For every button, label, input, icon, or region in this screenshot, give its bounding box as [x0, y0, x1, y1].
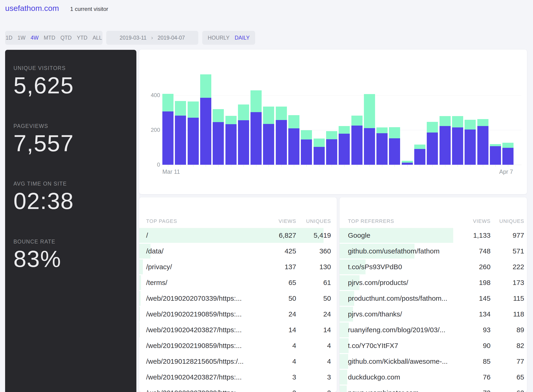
table-row[interactable]: t.co/Y70cYItFX79082 [340, 338, 527, 354]
x-axis-tick [269, 165, 269, 167]
bar-mar-25[interactable] [339, 126, 350, 165]
uniques-segment [477, 126, 489, 165]
x-axis-tick [206, 165, 206, 167]
bar-mar-14[interactable] [200, 74, 211, 165]
pageviews-segment [414, 145, 425, 149]
table-row[interactable]: /web/20190202190859/https:...2424 [139, 306, 337, 322]
x-axis-tick [193, 165, 193, 167]
pageviews-segment [427, 122, 438, 132]
range-mtd[interactable]: MTD [44, 35, 55, 41]
table-title: TOP PAGES [146, 218, 177, 224]
bar-mar-19[interactable] [263, 107, 274, 165]
x-axis-tick [370, 165, 370, 167]
x-axis-tick [382, 165, 382, 167]
table-row[interactable]: news.ycombinator.com7262 [340, 385, 527, 392]
table-row[interactable]: ruanyifeng.com/blog/2019/03/...9389 [340, 322, 527, 338]
bar-mar-16[interactable] [225, 116, 237, 165]
range-ytd[interactable]: YTD [77, 35, 87, 41]
x-axis-tick [218, 165, 219, 167]
views-column-header: VIEWS [473, 218, 490, 224]
bar-mar-13[interactable] [188, 102, 199, 165]
date-range-picker[interactable]: 2019-03-11 › 2019-04-07 [106, 31, 198, 45]
date-start[interactable]: 2019-03-11 [120, 35, 147, 41]
row-uniques-value: 89 [340, 326, 524, 334]
pageviews-segment [263, 107, 274, 124]
uniques-segment [490, 146, 501, 165]
bar-apr-1[interactable] [427, 122, 438, 165]
bar-mar-22[interactable] [301, 130, 312, 165]
table-row[interactable]: pjrvs.com/thanks/134118 [340, 306, 527, 322]
bar-mar-12[interactable] [175, 101, 186, 165]
row-uniques-value: 14 [139, 326, 331, 334]
range-qtd[interactable]: QTD [60, 35, 72, 41]
table-row[interactable]: /web/20190128215605/https:/...44 [139, 354, 337, 369]
table-row[interactable]: /web/20190204203827/https:...1414 [139, 322, 337, 338]
table-row[interactable]: /terms/6561 [139, 275, 337, 290]
bar-mar-15[interactable] [213, 109, 224, 165]
bar-mar-26[interactable] [351, 116, 362, 165]
date-end[interactable]: 2019-04-07 [157, 35, 185, 41]
pageviews-segment [314, 139, 325, 147]
pageviews-segment [238, 104, 249, 120]
bar-mar-29[interactable] [389, 127, 400, 165]
range-4w[interactable]: 4W [31, 35, 39, 41]
granularity-daily[interactable]: DAILY [235, 35, 250, 41]
bar-mar-17[interactable] [238, 104, 249, 165]
x-axis-tick [344, 165, 344, 167]
range-preset-group: 1D1W4WMTDQTDYTDALL [5, 31, 103, 45]
bar-apr-2[interactable] [439, 116, 451, 165]
bar-apr-7[interactable] [502, 143, 514, 165]
bar-mar-18[interactable] [251, 90, 262, 165]
bar-mar-24[interactable] [326, 131, 337, 165]
table-row[interactable]: t.co/sPs93VPdB0260222 [340, 259, 527, 275]
range-all[interactable]: ALL [93, 35, 102, 41]
row-uniques-value: 130 [139, 263, 331, 271]
row-uniques-value: 173 [340, 279, 524, 287]
bar-mar-27[interactable] [364, 94, 375, 165]
bar-mar-28[interactable] [376, 127, 388, 165]
range-1w[interactable]: 1W [18, 35, 26, 41]
bar-apr-5[interactable] [477, 119, 489, 165]
bar-mar-30[interactable] [402, 161, 413, 165]
table-row[interactable]: /web/20190202190859/https:...44 [139, 338, 337, 354]
bar-mar-20[interactable] [276, 107, 287, 165]
pageviews-segment [402, 161, 413, 163]
row-uniques-value: 50 [139, 294, 331, 302]
uniques-segment [276, 120, 287, 165]
x-axis-tick [395, 165, 395, 167]
bar-apr-6[interactable] [490, 144, 501, 165]
granularity-hourly[interactable]: HOURLY [208, 35, 230, 41]
table-row[interactable]: pjrvs.com/products/198173 [340, 275, 527, 290]
bar-apr-4[interactable] [465, 120, 476, 165]
pageviews-segment [251, 90, 262, 112]
table-row[interactable]: /web/20190202070339/https:...22 [139, 385, 337, 392]
table-row[interactable]: Google1,133977 [340, 228, 527, 243]
bar-mar-21[interactable] [288, 115, 300, 165]
table-row[interactable]: github.com/Kickball/awesome-...8577 [340, 354, 527, 369]
table-row[interactable]: /6,8275,419 [139, 228, 337, 243]
table-row[interactable]: /web/20190202070339/https:...5050 [139, 290, 337, 306]
pageviews-segment [162, 94, 173, 112]
row-uniques-value: 62 [340, 389, 524, 392]
bar-apr-3[interactable] [452, 116, 463, 165]
row-uniques-value: 4 [139, 342, 331, 350]
table-row[interactable]: /web/20190204203827/https:...33 [139, 369, 337, 385]
uniques-segment [427, 132, 438, 165]
bar-mar-23[interactable] [314, 139, 325, 165]
table-row[interactable]: /data/425360 [139, 243, 337, 259]
table-row[interactable]: github.com/usefathom/fathom748571 [340, 243, 527, 259]
x-axis-tick [281, 165, 281, 167]
table-row[interactable]: /privacy/137130 [139, 259, 337, 275]
bar-mar-31[interactable] [414, 145, 425, 165]
bar-mar-11[interactable] [162, 94, 173, 165]
table-row[interactable]: duckduckgo.com7665 [340, 369, 527, 385]
x-axis-tick [407, 165, 408, 167]
uniques-segment [301, 140, 312, 165]
site-title-link[interactable]: usefathom.com [5, 2, 59, 14]
row-uniques-value: 61 [139, 279, 331, 287]
table-row[interactable]: producthunt.com/posts/fathom...145115 [340, 290, 527, 306]
pageviews-segment [339, 126, 350, 134]
stat-avg-time: AVG TIME ON SITE 02:38 [14, 181, 74, 213]
y-tick-400: 400 [144, 92, 160, 98]
range-1d[interactable]: 1D [5, 35, 12, 41]
